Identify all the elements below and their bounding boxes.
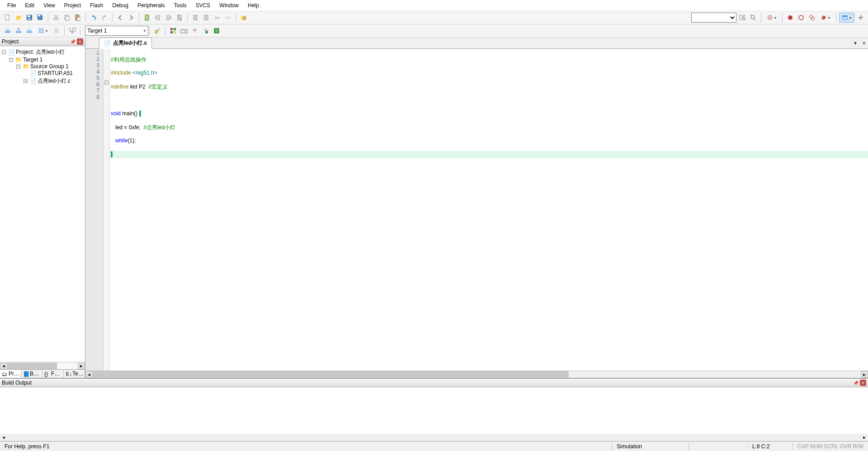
- comment-button[interactable]: //≡: [212, 13, 222, 23]
- manage-multi-project-button[interactable]: [179, 26, 189, 36]
- separator: [85, 13, 86, 22]
- file-icon: 📄: [30, 78, 36, 85]
- tab-books[interactable]: 📘B…: [21, 370, 42, 378]
- editor-close-icon[interactable]: ✕: [860, 40, 868, 47]
- nav-forward-button[interactable]: [126, 13, 136, 23]
- bookmark-toggle-button[interactable]: [142, 13, 152, 23]
- bookmark-next-button[interactable]: [164, 13, 174, 23]
- svg-rect-15: [157, 15, 160, 20]
- build-output-body[interactable]: [0, 387, 868, 434]
- save-button[interactable]: [24, 13, 34, 23]
- editor-hscroll[interactable]: ◄ ►: [85, 371, 868, 378]
- copy-button[interactable]: [62, 13, 72, 23]
- code-content[interactable]: //利用总线操作 #include <reg51.h> #define led …: [110, 49, 868, 371]
- translate-button[interactable]: [3, 26, 13, 36]
- svg-point-30: [811, 17, 815, 20]
- status-help: For Help, press F1: [0, 442, 612, 451]
- scroll-right-icon[interactable]: ►: [78, 363, 85, 369]
- undo-button[interactable]: [89, 13, 99, 23]
- bookmark-clear-button[interactable]: [175, 13, 184, 23]
- tree-project[interactable]: Project: 点亮led小灯: [16, 48, 65, 56]
- svg-line-24: [754, 19, 756, 20]
- menu-flash[interactable]: Flash: [85, 1, 108, 10]
- tab-templates[interactable]: 𝟘↓Te…: [64, 370, 85, 378]
- find-button[interactable]: [737, 13, 747, 23]
- scroll-right-icon[interactable]: ►: [861, 434, 868, 441]
- svg-rect-34: [842, 16, 847, 17]
- breakpoint-kill-button[interactable]: ▼: [818, 13, 833, 23]
- svg-rect-16: [167, 15, 170, 20]
- scroll-left-icon[interactable]: ◄: [0, 363, 7, 369]
- tree-group[interactable]: Source Group 1: [30, 63, 69, 70]
- close-icon[interactable]: ×: [860, 380, 866, 386]
- scroll-left-icon[interactable]: ◄: [0, 434, 7, 441]
- menu-tools[interactable]: Tools: [170, 1, 191, 10]
- incremental-find-button[interactable]: [748, 13, 758, 23]
- batch-build-button[interactable]: ▼: [35, 26, 51, 36]
- tab-functions[interactable]: {}F…: [42, 370, 64, 378]
- menu-window[interactable]: Window: [215, 1, 243, 10]
- fold-gutter[interactable]: −: [104, 49, 110, 371]
- menu-help[interactable]: Help: [243, 1, 264, 10]
- download-button[interactable]: LOAD: [67, 26, 77, 36]
- indent-button[interactable]: [190, 13, 200, 23]
- select-packs-button[interactable]: [212, 26, 222, 36]
- svg-point-8: [57, 18, 58, 20]
- uncomment-button[interactable]: //≡: [223, 13, 233, 23]
- pin-icon[interactable]: 📌: [70, 38, 76, 45]
- find-in-files-button[interactable]: [239, 13, 249, 23]
- bookmark-prev-button[interactable]: [153, 13, 163, 23]
- window-layout-button[interactable]: ▼: [839, 13, 854, 23]
- menu-project[interactable]: Project: [60, 1, 85, 10]
- stop-build-button[interactable]: [52, 26, 61, 36]
- menu-debug[interactable]: Debug: [108, 1, 133, 10]
- open-file-button[interactable]: [14, 13, 24, 23]
- scroll-right-icon[interactable]: ►: [861, 371, 868, 378]
- svg-rect-39: [27, 31, 32, 33]
- manage-books-button[interactable]: [190, 26, 200, 36]
- tree-target[interactable]: Target 1: [23, 56, 42, 63]
- manage-rte-button[interactable]: [201, 26, 211, 36]
- unindent-button[interactable]: [201, 13, 211, 23]
- close-icon[interactable]: ×: [77, 38, 83, 45]
- new-file-button[interactable]: [3, 13, 13, 23]
- file-icon: 📄: [30, 70, 36, 76]
- menu-edit[interactable]: Edit: [20, 1, 39, 10]
- svg-rect-13: [77, 17, 80, 21]
- scroll-left-icon[interactable]: ◄: [85, 371, 93, 378]
- cut-button[interactable]: [51, 13, 61, 23]
- redo-button[interactable]: [99, 13, 109, 23]
- build-button[interactable]: [14, 26, 24, 36]
- debug-button[interactable]: ▼: [764, 13, 779, 23]
- tab-project[interactable]: 🗂Pr…: [0, 370, 21, 378]
- find-combo[interactable]: [691, 13, 736, 23]
- target-options-button[interactable]: [152, 26, 162, 36]
- save-all-button[interactable]: [35, 13, 45, 23]
- editor-area: 📄 点亮led小灯.c ▼ ✕ 12345678 − //利用总线操作 #inc…: [85, 38, 868, 378]
- rebuild-button[interactable]: [24, 26, 34, 36]
- file-extensions-button[interactable]: [168, 26, 178, 36]
- svg-point-29: [810, 15, 813, 19]
- editor-dropdown-icon[interactable]: ▼: [851, 40, 860, 47]
- paste-button[interactable]: [73, 13, 83, 23]
- breakpoint-insert-button[interactable]: [785, 13, 795, 23]
- menu-peripherals[interactable]: Peripherals: [133, 1, 170, 10]
- status-empty: [689, 446, 748, 447]
- target-select[interactable]: [85, 26, 148, 36]
- tree-file[interactable]: 点亮led小灯.c: [38, 77, 71, 85]
- configure-button[interactable]: [855, 13, 865, 23]
- project-hscroll[interactable]: ◄ ►: [0, 362, 85, 369]
- menu-view[interactable]: View: [39, 1, 60, 10]
- breakpoint-disable-button[interactable]: [796, 13, 806, 23]
- project-tree[interactable]: −📄Project: 点亮led小灯 −📁Target 1 −📁Source G…: [0, 46, 85, 362]
- breakpoint-disable-all-button[interactable]: [807, 13, 817, 23]
- tree-file[interactable]: STARTUP.A51: [38, 70, 73, 76]
- menu-svcs[interactable]: SVCS: [191, 1, 215, 10]
- nav-back-button[interactable]: [115, 13, 125, 23]
- svg-point-51: [205, 31, 208, 33]
- editor-tab[interactable]: 📄 点亮led小灯.c: [99, 38, 152, 49]
- menu-file[interactable]: File: [3, 1, 20, 10]
- code-editor[interactable]: 12345678 − //利用总线操作 #include <reg51.h> #…: [85, 49, 868, 371]
- pin-icon[interactable]: 📌: [853, 380, 859, 386]
- build-output-hscroll[interactable]: ◄ ►: [0, 434, 868, 441]
